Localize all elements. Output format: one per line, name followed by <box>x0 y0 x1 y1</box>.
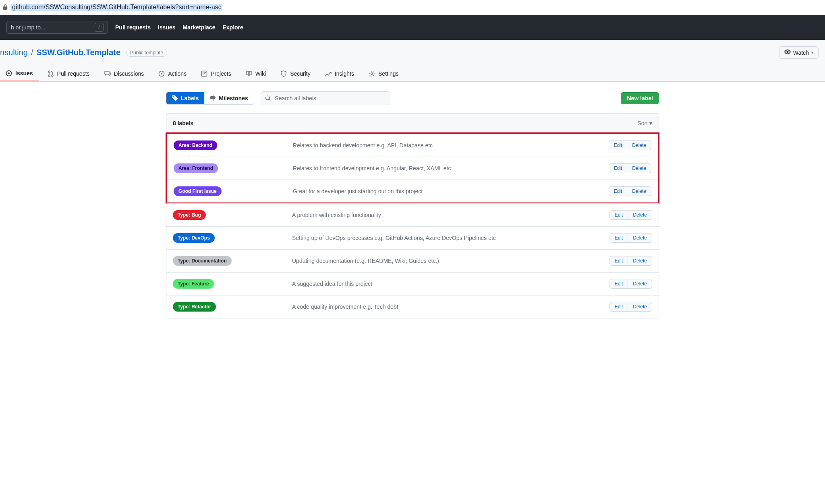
edit-label-button[interactable]: Edit <box>609 210 628 220</box>
repo-name-link[interactable]: SSW.GitHub.Template <box>37 48 121 57</box>
repo-tab-discussions[interactable]: Discussions <box>99 66 150 81</box>
svg-point-3 <box>48 75 50 76</box>
delete-label-button[interactable]: Delete <box>627 163 651 173</box>
labels-tab-label: Labels <box>181 95 199 101</box>
label-row: Area: FrontendRelates to frontend develo… <box>167 157 658 180</box>
label-description: Great for a developer just starting out … <box>293 188 609 194</box>
delete-label-button[interactable]: Delete <box>628 256 652 266</box>
label-actions: EditDelete <box>609 210 652 220</box>
label-pill[interactable]: Good First Issue <box>174 186 222 196</box>
slash-key-icon: / <box>95 23 104 32</box>
global-search-placeholder: h or jump to... <box>11 24 46 31</box>
repo-tab-security[interactable]: Security <box>275 66 316 81</box>
label-row: Type: FeatureA suggested idea for this p… <box>166 272 659 295</box>
repo-tab-actions[interactable]: Actions <box>153 66 192 81</box>
label-actions: EditDelete <box>609 140 651 150</box>
topnav-links: Pull requests Issues Marketplace Explore <box>115 24 243 31</box>
label-pill[interactable]: Area: Backend <box>174 140 217 150</box>
labels-subnav: Labels Milestones New label <box>166 91 659 105</box>
delete-label-button[interactable]: Delete <box>628 210 652 220</box>
delete-label-button[interactable]: Delete <box>628 279 652 289</box>
repo-tab-insights[interactable]: Insights <box>319 66 360 81</box>
edit-label-button[interactable]: Edit <box>609 186 628 196</box>
topnav-link-issues[interactable]: Issues <box>158 24 176 31</box>
edit-label-button[interactable]: Edit <box>609 163 628 173</box>
repo-tab-label: Wiki <box>255 70 266 77</box>
delete-label-button[interactable]: Delete <box>627 140 651 150</box>
repo-tab-wiki[interactable]: Wiki <box>240 66 272 81</box>
edit-label-button[interactable]: Edit <box>609 233 628 243</box>
label-cell: Area: Frontend <box>174 163 293 173</box>
repo-tab-label: Pull requests <box>57 70 90 77</box>
delete-label-button[interactable]: Delete <box>627 186 651 196</box>
labels-search[interactable] <box>261 91 390 105</box>
repo-tab-label: Projects <box>211 70 231 77</box>
tab-milestones[interactable]: Milestones <box>204 92 253 104</box>
label-pill[interactable]: Type: Refactor <box>173 302 216 312</box>
repo-tab-settings[interactable]: Settings <box>363 66 404 81</box>
issue-opened-icon <box>6 70 12 76</box>
edit-label-button[interactable]: Edit <box>609 279 628 289</box>
project-icon <box>201 70 207 77</box>
repo-tab-issues[interactable]: Issues <box>0 66 39 81</box>
label-pill[interactable]: Type: Documentation <box>173 256 232 266</box>
topnav-link-pulls[interactable]: Pull requests <box>115 24 151 31</box>
repo-title-row: nsulting / SSW.GitHub.Template Public te… <box>0 46 819 59</box>
sort-label: Sort <box>637 120 648 126</box>
global-search[interactable]: h or jump to... / <box>6 21 108 34</box>
repo-tab-projects[interactable]: Projects <box>195 66 237 81</box>
delete-label-button[interactable]: Delete <box>628 233 652 243</box>
label-actions: EditDelete <box>609 256 652 266</box>
repo-tab-label: Issues <box>15 70 33 76</box>
delete-label-button[interactable]: Delete <box>628 302 652 312</box>
watch-label: Watch <box>793 50 809 56</box>
sort-dropdown[interactable]: Sort ▾ <box>637 120 652 126</box>
labels-rows: Area: BackendRelates to backend developm… <box>166 132 659 318</box>
svg-point-2 <box>48 71 50 72</box>
label-description: A problem with existing functionality <box>292 212 609 218</box>
edit-label-button[interactable]: Edit <box>609 302 628 312</box>
label-row: Type: RefactorA code quality improvement… <box>166 295 659 318</box>
shield-icon <box>280 70 287 77</box>
label-pill[interactable]: Type: DevOps <box>173 233 215 243</box>
edit-label-button[interactable]: Edit <box>609 140 628 150</box>
tag-icon <box>172 95 178 101</box>
label-actions: EditDelete <box>609 302 652 312</box>
comment-discussion-icon <box>104 70 111 77</box>
label-row: Good First IssueGreat for a developer ju… <box>167 180 658 202</box>
labels-count: 8 labels <box>173 120 193 126</box>
label-pill[interactable]: Area: Frontend <box>174 163 218 173</box>
repo-tabs: IssuesPull requestsDiscussionsActionsPro… <box>0 66 819 81</box>
caret-down-icon: ▾ <box>811 50 813 55</box>
tab-labels[interactable]: Labels <box>166 92 204 104</box>
milestone-icon <box>210 95 216 101</box>
play-icon <box>158 70 165 77</box>
new-label-button[interactable]: New label <box>621 92 659 104</box>
label-pill[interactable]: Type: Bug <box>173 210 206 220</box>
label-description: A code quality improvement e.g. Tech deb… <box>292 304 609 310</box>
repo-tab-pull-requests[interactable]: Pull requests <box>42 66 95 81</box>
topnav-link-explore[interactable]: Explore <box>222 24 243 31</box>
watch-button[interactable]: Watch ▾ <box>779 46 819 59</box>
browser-address-bar: github.com/SSWConsulting/SSW.GitHub.Temp… <box>0 0 825 15</box>
label-description: Relates to backend development e.g. API,… <box>293 142 609 149</box>
repo-owner-link[interactable]: nsulting <box>0 48 28 57</box>
browser-url[interactable]: github.com/SSWConsulting/SSW.GitHub.Temp… <box>11 4 222 11</box>
milestones-tab-label: Milestones <box>219 95 248 101</box>
highlighted-labels-group: Area: BackendRelates to backend developm… <box>166 132 659 204</box>
edit-label-button[interactable]: Edit <box>609 256 628 266</box>
label-row: Area: BackendRelates to backend developm… <box>167 134 658 157</box>
repo-tab-label: Actions <box>168 70 187 77</box>
label-cell: Type: Documentation <box>173 256 292 266</box>
topnav-link-marketplace[interactable]: Marketplace <box>183 24 216 31</box>
label-row: Type: DevOpsSetting up of DevOps process… <box>166 226 659 249</box>
repo-tab-label: Settings <box>378 70 399 77</box>
label-cell: Type: Refactor <box>173 302 292 312</box>
label-cell: Area: Backend <box>174 140 293 150</box>
labels-box: 8 labels Sort ▾ Area: BackendRelates to … <box>166 113 659 318</box>
label-actions: EditDelete <box>609 163 651 173</box>
label-actions: EditDelete <box>609 186 651 196</box>
label-pill[interactable]: Type: Feature <box>173 279 214 289</box>
repo-tab-label: Discussions <box>114 70 144 77</box>
labels-search-input[interactable] <box>274 95 386 102</box>
